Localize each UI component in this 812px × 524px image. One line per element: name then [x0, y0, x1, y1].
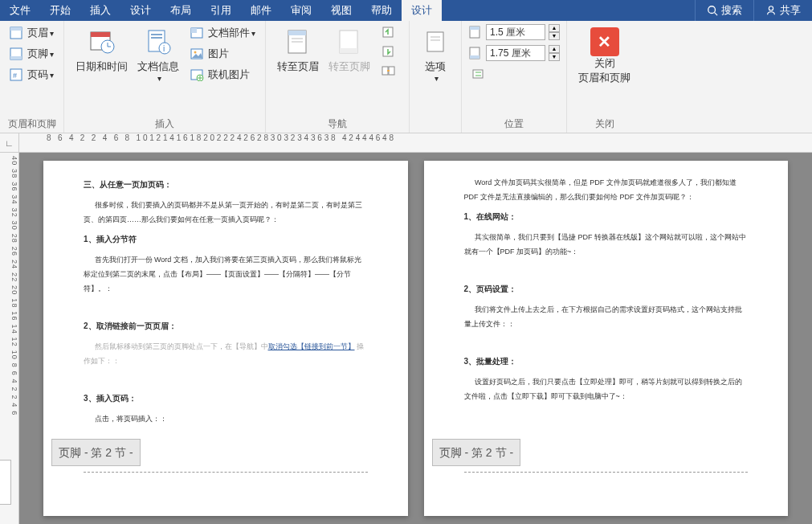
group-close: ✕ 关闭 页眉和页脚 关闭 [567, 21, 642, 133]
svg-text:i: i [163, 44, 165, 53]
share-button[interactable]: 共享 [753, 0, 812, 21]
document-area: 三、从任意一页加页码： 很多时候，我们要插入的页码都并不是从第一页开始的，有时是… [19, 153, 812, 524]
tab-icon [471, 68, 486, 80]
svg-point-2 [769, 6, 773, 10]
page-number-icon: # [10, 68, 24, 81]
header-icon [10, 27, 24, 39]
menu-design[interactable]: 设计 [120, 0, 161, 21]
menu-insert[interactable]: 插入 [80, 0, 120, 21]
menu-view[interactable]: 视图 [321, 0, 361, 21]
ribbon: 页眉▾ 页脚▾ # 页码▾ 页眉和页脚 日期和时间 i 文档信息 [0, 21, 812, 133]
search-button[interactable]: 搜索 [695, 0, 753, 21]
heading: 3、批量处理： [464, 354, 749, 370]
menu-layout[interactable]: 布局 [161, 0, 201, 21]
prev-icon [382, 26, 396, 39]
goto-header-icon [284, 27, 312, 56]
paragraph [84, 371, 368, 386]
link-icon [382, 64, 396, 77]
page-left[interactable]: 三、从任意一页加页码： 很多时候，我们要插入的页码都并不是从第一页开始的，有时是… [43, 161, 408, 516]
docparts-label: 文档部件 [208, 26, 250, 40]
spin-up[interactable]: ▲ [549, 45, 560, 53]
svg-point-0 [708, 6, 716, 14]
side-tab[interactable] [0, 460, 11, 505]
header-label: 页眉 [27, 26, 48, 40]
footer-from-bottom-icon [468, 46, 483, 60]
svg-rect-16 [151, 37, 162, 39]
svg-line-1 [715, 13, 718, 16]
datetime-button[interactable]: 日期和时间 [71, 24, 133, 77]
header-button[interactable]: 页眉▾ [6, 24, 57, 42]
tab-header-footer-design[interactable]: 设计 [402, 0, 442, 21]
calendar-clock-icon [88, 27, 116, 56]
paragraph: 很多时候，我们要插入的页码都并不是从第一页开始的，有时是第二页，有时是第三页、的… [84, 198, 368, 227]
header-top-input[interactable] [486, 24, 545, 40]
online-picture-button[interactable]: 联机图片 [187, 66, 259, 84]
docinfo-button[interactable]: i 文档信息 ▾ [133, 24, 184, 86]
prev-section-button[interactable] [378, 24, 402, 40]
heading: 2、页码设置： [464, 281, 749, 297]
paragraph [464, 334, 749, 349]
heading: 1、在线网站： [464, 209, 749, 225]
options-button[interactable]: 选项 ▾ [416, 24, 455, 86]
online-picture-label: 联机图片 [208, 68, 250, 82]
heading: 3、插入页码： [84, 391, 368, 407]
goto-footer-icon [335, 27, 364, 56]
svg-rect-33 [382, 67, 388, 75]
svg-point-22 [194, 51, 197, 54]
paragraph: 设置好页码之后，我们只要点击【立即处理】即可，稍等片刻就可以得到转换之后的文件啦… [464, 375, 749, 403]
goto-footer-button[interactable]: 转至页脚 [324, 24, 375, 77]
svg-rect-30 [340, 48, 357, 53]
horizontal-ruler[interactable]: 8 6 4 2 2 4 6 8 101214161820222426283032… [19, 133, 812, 153]
group-insert: 日期和时间 i 文档信息 ▾ 文档部件▾ 图片 联机图片 [64, 21, 266, 133]
footer-button[interactable]: 页脚▾ [6, 45, 57, 63]
paragraph: 我们将文件上传上去之后，在下方根据自己的需求设置好页码格式，这个网站支持批量上传… [464, 302, 749, 331]
picture-button[interactable]: 图片 [187, 45, 259, 63]
svg-rect-10 [91, 32, 110, 37]
dropdown-icon: ▾ [50, 50, 54, 59]
group-label: 导航 [272, 116, 402, 131]
menu-references[interactable]: 引用 [201, 0, 241, 21]
group-header-footer: 页眉▾ 页脚▾ # 页码▾ 页眉和页脚 [0, 21, 64, 133]
dropdown-icon: ▾ [50, 29, 54, 38]
close-header-footer-button[interactable]: ✕ 关闭 页眉和页脚 [573, 24, 635, 88]
svg-rect-15 [151, 34, 162, 35]
footer-icon [10, 47, 24, 60]
share-label: 共享 [780, 3, 801, 18]
footer-bottom-input[interactable] [486, 45, 545, 61]
goto-footer-label: 转至页脚 [328, 59, 370, 74]
search-icon [707, 5, 718, 16]
menu-mail[interactable]: 邮件 [241, 0, 281, 21]
menu-home[interactable]: 开始 [40, 0, 80, 21]
svg-text:#: # [13, 72, 17, 80]
group-label [416, 118, 455, 131]
goto-header-button[interactable]: 转至页眉 [272, 24, 324, 77]
footer-label: 页脚 [27, 47, 48, 61]
align-tab-button[interactable] [468, 66, 560, 82]
page-number-button[interactable]: # 页码▾ [6, 66, 57, 84]
svg-rect-36 [427, 32, 443, 51]
menu-help[interactable]: 帮助 [361, 0, 402, 21]
search-label: 搜索 [721, 3, 742, 18]
next-section-button[interactable] [378, 43, 402, 59]
menu-review[interactable]: 审阅 [281, 0, 321, 21]
spin-down[interactable]: ▼ [549, 32, 560, 40]
menu-file[interactable]: 文件 [0, 0, 40, 21]
page-right[interactable]: Word 文件加页码其实很简单，但是 PDF 文件加页码就难道很多人了，我们都知… [424, 161, 789, 516]
docparts-button[interactable]: 文档部件▾ [187, 24, 259, 42]
datetime-label: 日期和时间 [75, 59, 128, 74]
spin-up[interactable]: ▲ [549, 24, 560, 32]
group-navigation: 转至页眉 转至页脚 导航 [266, 21, 410, 133]
group-options: 选项 ▾ [410, 21, 462, 133]
share-icon [765, 5, 777, 16]
dropdown-icon: ▾ [157, 74, 161, 83]
group-position: ▲▼ ▲▼ 位置 [462, 21, 567, 133]
spin-down[interactable]: ▼ [549, 53, 560, 61]
footer-section-tag: 页脚 - 第 2 节 - [432, 439, 521, 466]
link-previous-button[interactable] [378, 63, 402, 79]
paragraph: 其实很简单，我们只要到【迅捷 PDF 转换器在线版】这个网站就可以啦，这个网站中… [464, 230, 749, 259]
goto-header-label: 转至页眉 [277, 59, 319, 74]
paragraph: 点击，将页码插入：： [84, 411, 368, 426]
ruler-corner[interactable]: ∟ [0, 133, 19, 153]
dropdown-icon: ▾ [435, 74, 439, 83]
paragraph [84, 299, 368, 313]
